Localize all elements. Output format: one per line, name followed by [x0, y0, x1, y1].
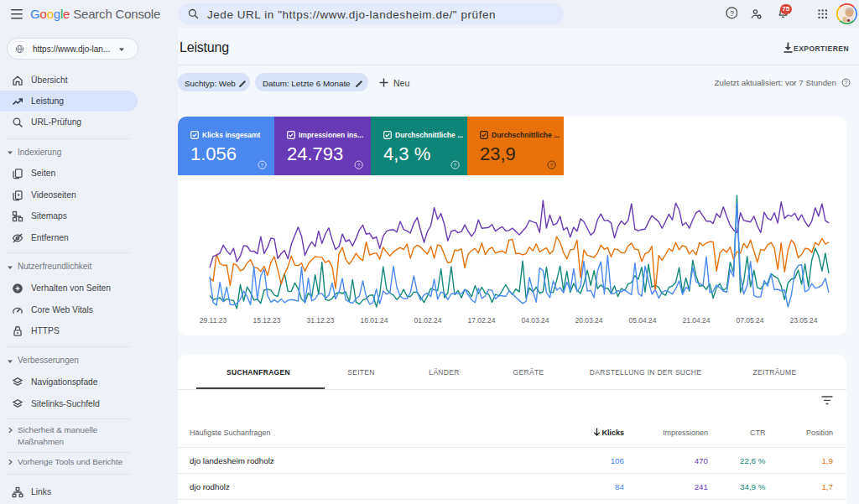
svg-text:?: ?	[454, 162, 457, 168]
svg-text:?: ?	[357, 162, 361, 168]
svg-text:?: ?	[550, 162, 554, 168]
svg-text:?: ?	[844, 80, 847, 86]
svg-text:?: ?	[261, 162, 264, 168]
svg-text:?: ?	[729, 9, 733, 18]
